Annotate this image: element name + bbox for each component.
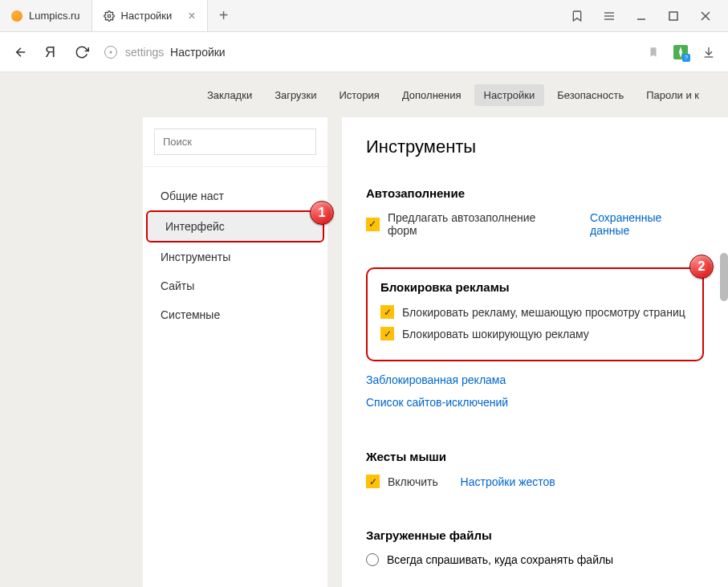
section-autofill-title: Автозаполнение (366, 186, 704, 200)
svg-point-0 (108, 14, 111, 18)
mouse-check-label: Включить (388, 475, 438, 488)
link-gesture-settings[interactable]: Настройки жестов (461, 475, 555, 488)
reload-button[interactable] (74, 44, 90, 60)
annotation-badge-2: 2 (689, 255, 714, 279)
navitem-addons[interactable]: Дополнения (392, 84, 471, 106)
adblock-check2-label: Блокировать шокирующую рекламу (402, 328, 589, 340)
section-mouse-title: Жесты мыши (366, 450, 704, 463)
search-input[interactable] (154, 128, 316, 155)
close-icon[interactable]: × (188, 9, 195, 23)
gear-icon (104, 10, 115, 22)
navitem-downloads[interactable]: Загрузки (265, 84, 326, 106)
new-tab-button[interactable]: + (208, 0, 240, 31)
sidebar-item-system[interactable]: Системные (143, 300, 327, 329)
adblock-check2-row: ✓ Блокировать шокирующую рекламу (380, 327, 689, 340)
link-blocked-ads[interactable]: Заблокированная реклама (366, 373, 506, 386)
menu-icon[interactable] (603, 10, 616, 22)
downloads-radio-row: Всегда спрашивать, куда сохранять файлы (366, 553, 704, 566)
annotation-badge-1: 1 (310, 201, 334, 225)
adblock-check1-label: Блокировать рекламу, мешающую просмотру … (402, 306, 685, 319)
tab-lumpics[interactable]: Lumpics.ru (0, 0, 92, 31)
settings-content: Общие наст Интерфейс 1 Инструменты Сайты… (0, 117, 728, 587)
tab-settings[interactable]: Настройки × (92, 0, 208, 31)
mouse-check-row: ✓ Включить Настройки жестов (366, 475, 704, 488)
link-exceptions[interactable]: Список сайтов-исключений (366, 396, 508, 409)
adblock-check1-row: ✓ Блокировать рекламу, мешающую просмотр… (380, 305, 689, 319)
navitem-history[interactable]: История (329, 84, 388, 106)
checkbox-autofill[interactable]: ✓ (366, 218, 380, 231)
section-downloads-title: Загруженные файлы (366, 528, 704, 542)
bookmark-ribbon-icon[interactable] (571, 10, 584, 22)
maximize-icon[interactable] (667, 10, 680, 22)
favicon-orange-icon (11, 10, 22, 22)
browser-titlebar: Lumpics.ru Настройки × + (0, 0, 728, 32)
sidebar-item-interface[interactable]: Интерфейс 1 (146, 210, 324, 243)
sidebar-item-tools[interactable]: Инструменты (143, 243, 327, 271)
scrollbar-thumb[interactable] (720, 253, 728, 301)
close-window-icon[interactable] (699, 10, 712, 22)
back-button[interactable] (13, 44, 29, 60)
autofill-check-label: Предлагать автозаполнение форм (388, 211, 567, 237)
sidebar-item-label: Интерфейс (165, 220, 225, 233)
radio-ask-location[interactable] (366, 553, 379, 566)
checkbox-mouse[interactable]: ✓ (366, 475, 380, 488)
minimize-icon[interactable] (635, 10, 648, 22)
autofill-check-row: ✓ Предлагать автозаполнение форм Сохране… (366, 211, 704, 237)
extension-icon[interactable]: ? (673, 45, 688, 59)
svg-rect-5 (669, 12, 677, 20)
sidebar-item-general[interactable]: Общие наст (143, 181, 327, 210)
yandex-logo-icon[interactable]: Я (43, 44, 59, 60)
navitem-passwords[interactable]: Пароли и к (636, 84, 709, 106)
navitem-bookmarks[interactable]: Закладки (197, 84, 262, 106)
link-saved-data[interactable]: Сохраненные данные (590, 211, 704, 237)
navitem-settings[interactable]: Настройки (474, 84, 545, 106)
window-controls (555, 0, 728, 31)
navitem-security[interactable]: Безопасность (547, 84, 633, 106)
browser-toolbar: Я settings Настройки ? (0, 32, 728, 72)
checkbox-adblock1[interactable]: ✓ (380, 305, 394, 319)
bookmark-icon[interactable] (648, 46, 659, 59)
address-text: settings Настройки (125, 46, 226, 59)
settings-main: Инструменты Автозаполнение ✓ Предлагать … (342, 117, 728, 587)
svg-point-10 (110, 51, 112, 53)
site-info-icon[interactable] (104, 46, 117, 59)
section-adblock-title: Блокировка рекламы (380, 280, 689, 294)
address-bar[interactable]: settings Настройки (104, 46, 633, 59)
adblock-group: 2 Блокировка рекламы ✓ Блокировать рекла… (366, 267, 704, 361)
svg-text:Я: Я (45, 44, 55, 60)
downloads-radio-label: Всегда спрашивать, куда сохранять файлы (387, 553, 613, 566)
settings-nav-tabs: Закладки Загрузки История Дополнения Нас… (0, 72, 728, 117)
settings-sidebar: Общие наст Интерфейс 1 Инструменты Сайты… (143, 117, 327, 587)
page-heading: Инструменты (366, 137, 704, 157)
sidebar-search (143, 117, 327, 167)
sidebar-item-sites[interactable]: Сайты (143, 271, 327, 300)
tab-label: Lumpics.ru (29, 10, 80, 22)
checkbox-adblock2[interactable]: ✓ (380, 327, 394, 340)
tab-label: Настройки (121, 10, 173, 22)
downloads-icon[interactable] (702, 46, 715, 59)
